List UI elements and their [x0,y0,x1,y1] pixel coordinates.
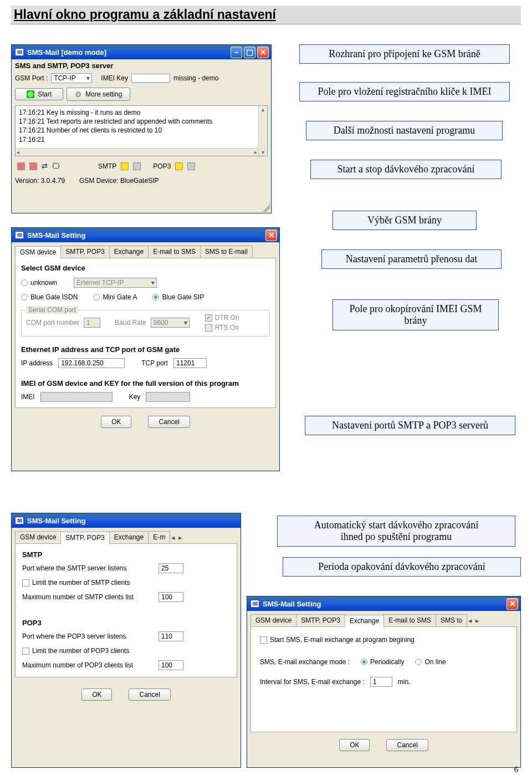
check-smtp-limit[interactable]: Limit the number of SMTP clients [22,579,130,587]
status-smtp-label: SMTP [98,162,116,170]
pop3-max-label: Maximum number of POP3 clients list [22,661,155,669]
tab-gsm-device[interactable]: GSM device [250,614,296,626]
gear-icon: ⚙ [75,90,82,99]
log-line: 17:16:21 [19,135,264,144]
callout-smtp-pop3-ports: Nastavení portů SMTP a POP3 serverů [305,416,515,435]
folder-icon [121,162,129,170]
group-select-heading: Select GSM device [21,264,270,272]
tab-smtp-pop3[interactable]: SMTP, POP3 [60,532,109,544]
radio-bluegate-sip[interactable]: Blue Gate SIP [152,293,204,301]
imei-key-input[interactable] [131,74,170,83]
ok-button[interactable]: OK [101,416,131,428]
tab-smtp-pop3[interactable]: SMTP, POP3 [296,614,345,626]
radio-mini-gate-a[interactable]: Mini Gate A [93,293,137,301]
imei-key-label: IMEI Key [101,74,128,82]
imei-input[interactable]: ████████ [40,392,112,402]
ok-button[interactable]: OK [339,739,370,751]
tab-gsm-device[interactable]: GSM device [15,531,61,543]
titlebar-settings1: ✉ SMS-Mail Setting ✕ [12,228,279,242]
smtp-port-label: Port where the SMTP server listens [22,564,155,572]
tab-exchange[interactable]: Exchange [345,615,384,627]
folder-icon [175,162,183,170]
tab-gsm-device[interactable]: GSM device [15,246,61,258]
doc-title: Hlavní okno programu a základní nastaven… [11,6,521,24]
key-input[interactable]: ████ [146,392,190,402]
ip-address-input[interactable]: 192.168.0.250 [58,358,125,368]
envelope-icon: ✉ [15,48,24,56]
settings-window-smtp: ✉ SMS-Mail Setting GSM device SMTP, POP3… [11,513,241,768]
ethernet-type-select[interactable]: Erternet TCP-IP [74,278,157,288]
left-status-icons: ⇄ 🖵 [15,161,62,171]
smtp-port-input[interactable]: 25 [158,563,183,573]
callout-gsm-gate-choice: Výběr GSM brány [332,211,477,230]
tab-email-to-sms[interactable]: E-mail to SMS [383,614,436,626]
close-button[interactable]: ✕ [257,47,269,58]
radio-periodically[interactable]: Periodically [361,658,404,666]
check-pop3-limit[interactable]: Limit the number of POP3 clients [22,647,129,655]
v-scrollbar[interactable]: ▴▾ [258,106,267,156]
tab-sms-truncated[interactable]: SMS to [436,614,467,626]
envelope-icon: ✉ [15,517,24,524]
tab-exchange[interactable]: Exchange [109,246,149,258]
radio-online[interactable]: On line [415,658,446,666]
callout-imei-copy: Pole pro okopírování IMEI GSM brány [332,299,499,330]
interval-label: Interval for SMS, E-mail exchange : [260,678,365,686]
resize-grip[interactable] [263,205,270,212]
log-area[interactable]: 17:16:21 Key is missing - it runs as dem… [15,105,268,156]
envelope-icon: ✉ [250,600,259,608]
settings3-title: SMS-Mail Setting [263,600,507,608]
envelope-icon: ✉ [15,231,24,239]
maximize-button[interactable]: ▢ [244,47,255,58]
titlebar-main: ✉ SMS-Mail [demo mode] – ▢ ✕ [12,45,271,59]
start-button[interactable]: Start [15,88,63,100]
h-scrollbar[interactable]: ◂▸ [16,148,258,156]
settings-window-gsm: ✉ SMS-Mail Setting ✕ GSM device SMTP, PO… [11,227,280,471]
pop3-max-input[interactable]: 100 [158,660,183,670]
callout-repeat-period: Perioda opakování dávkového zpracování [283,557,521,577]
tab-email-truncated[interactable]: E-m [148,531,170,543]
cancel-button[interactable]: Cancel [129,689,170,701]
check-start-exchange[interactable]: Start SMS, E-mail exchange at program be… [260,636,415,644]
status-icon [29,162,37,170]
baud-label: Baud Rate [115,319,146,327]
cancel-button[interactable]: Cancel [148,416,190,428]
tab-scroll[interactable]: ◂▸ [467,614,481,626]
radio-bluegate-isdn[interactable]: Blue Gate ISDN [21,293,78,301]
tab-sms-to-email[interactable]: SMS to E-mail [200,246,253,258]
minimize-button[interactable]: – [231,47,242,58]
com-number-input: 1 [84,318,100,328]
close-button[interactable]: ✕ [265,230,277,241]
callout-imei-key-field: Pole pro vložení registračního klíče k I… [299,82,510,101]
tcp-label: TCP port [141,359,168,367]
log-line: 17:16:21 Text reports are restricted and… [19,117,264,126]
radio-unknown[interactable]: unknown [21,279,57,287]
tab-exchange[interactable]: Exchange [109,531,149,543]
close-button[interactable]: ✕ [507,598,518,610]
tab-email-to-sms[interactable]: E-mail to SMS [148,246,201,258]
link-icon: ⇄ [42,162,48,170]
tcp-port-input[interactable]: 11201 [173,358,207,368]
main-title: SMS-Mail [demo mode] [27,48,231,57]
callout-start-stop: Start a stop dávkového zpracování [310,160,502,179]
status-pop3-label: POP3 [153,162,171,170]
tab-scroll[interactable]: ◂▸ [170,531,184,543]
callout-transfer-params: Nastavení parametrů přenosu dat [321,249,502,269]
page-number: 6 [514,765,519,774]
callout-auto-start: Automatický start dávkového zpracováníih… [277,516,515,547]
trash-icon [187,162,195,170]
tab-smtp-pop3[interactable]: SMTP, POP3 [60,246,109,258]
smtp-heading: SMTP [22,550,230,559]
group-imei-heading: IMEI of GSM device and KEY for the full … [21,379,270,388]
interval-input[interactable]: 1 [370,677,392,687]
gsm-port-select[interactable]: TCP-IP [51,73,92,83]
baud-rate-select: 9600 [151,318,190,328]
main-window: ✉ SMS-Mail [demo mode] – ▢ ✕ SMS and SMT… [11,44,272,213]
tabs-settings2: GSM device SMTP, POP3 Exchange E-m ◂▸ [15,531,237,544]
smtp-max-input[interactable]: 100 [158,592,183,602]
log-line: 17:16:21 Number of net clients is restri… [19,126,264,135]
more-setting-button[interactable]: ⚙ More setting [66,88,130,101]
ok-button[interactable]: OK [81,689,112,701]
pop3-port-input[interactable]: 110 [158,631,183,641]
device-label: GSM Device: BlueGateSIP [79,177,158,185]
cancel-button[interactable]: Cancel [386,739,428,751]
